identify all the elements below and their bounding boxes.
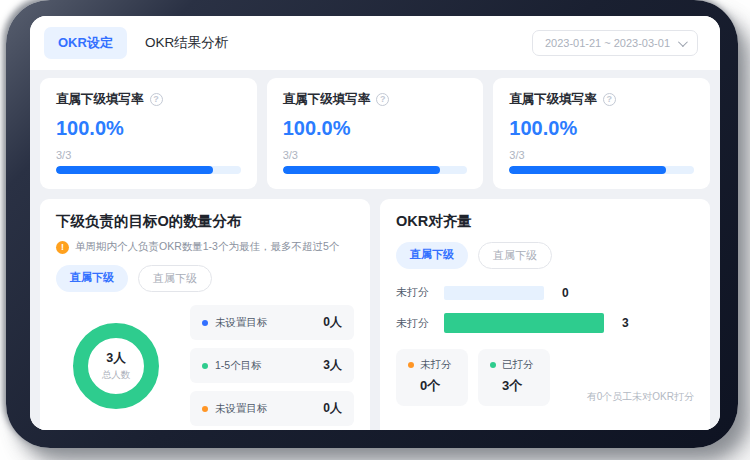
donut-center: 3人 总人数 bbox=[56, 323, 176, 409]
legend-dot bbox=[202, 320, 208, 326]
distribution-chart-area: 3人 总人数 未设置目标 0人 bbox=[56, 305, 354, 426]
app-window: OKR设定 OKR结果分析 2023-01-21 ~ 2023-03-01 直属… bbox=[30, 16, 720, 430]
top-bar: OKR设定 OKR结果分析 2023-01-21 ~ 2023-03-01 bbox=[30, 16, 720, 70]
bar-row: 未打分 0 bbox=[396, 285, 694, 300]
tab-okr-analysis[interactable]: OKR结果分析 bbox=[145, 34, 228, 52]
legend-value: 0人 bbox=[323, 314, 342, 331]
stat-card-title: 直属下级填写率 ? bbox=[283, 91, 468, 108]
donut-chart: 3人 总人数 bbox=[56, 323, 176, 409]
tab-direct-subordinates-inactive[interactable]: 直属下级 bbox=[478, 242, 552, 269]
stat-box-head: 未打分 bbox=[408, 358, 452, 372]
unscored-stat-box: 未打分 0个 bbox=[396, 349, 468, 406]
donut-total-value: 3人 bbox=[106, 350, 125, 367]
tab-okr-setting[interactable]: OKR设定 bbox=[44, 27, 127, 59]
legend-row: 1-5个目标 3人 bbox=[190, 348, 354, 383]
stat-box-label: 已打分 bbox=[502, 358, 534, 372]
stat-ratio: 3/3 bbox=[56, 149, 241, 161]
warning-icon: ! bbox=[56, 241, 69, 254]
stat-box-value: 3个 bbox=[502, 377, 534, 395]
progress-fill bbox=[283, 166, 440, 174]
stat-title-text: 直属下级填写率 bbox=[283, 91, 371, 108]
alignment-footnote: 有0个员工未对OKR打分 bbox=[587, 390, 694, 406]
alignment-filter-tabs: 直属下级 直属下级 bbox=[396, 242, 694, 269]
tab-direct-subordinates-active[interactable]: 直属下级 bbox=[396, 242, 468, 269]
tab-direct-subordinates-active[interactable]: 直属下级 bbox=[56, 265, 128, 292]
stat-box-value: 0个 bbox=[420, 377, 452, 395]
okr-alignment-card: OKR对齐量 直属下级 直属下级 未打分 0 bbox=[380, 199, 710, 430]
distribution-filter-tabs: 直属下级 直属下级 bbox=[56, 265, 354, 292]
stat-value: 100.0% bbox=[56, 117, 241, 140]
alignment-stat-boxes: 未打分 0个 已打分 3个 有0个员工未对 bbox=[396, 349, 694, 406]
legend-row: 未设置目标 0人 bbox=[190, 391, 354, 426]
legend-value: 3人 bbox=[323, 357, 342, 374]
bar-value: 3 bbox=[622, 316, 629, 330]
stat-box-label: 未打分 bbox=[420, 358, 452, 372]
chevron-down-icon bbox=[678, 37, 688, 47]
distribution-legend: 未设置目标 0人 1-5个目标 3人 未设置 bbox=[190, 305, 354, 426]
help-icon[interactable]: ? bbox=[603, 93, 616, 106]
legend-value: 0人 bbox=[323, 400, 342, 417]
stat-value: 100.0% bbox=[509, 117, 694, 140]
progress-track bbox=[56, 166, 241, 174]
stat-card-title: 直属下级填写率 ? bbox=[56, 91, 241, 108]
fill-rate-card: 直属下级填写率 ? 100.0% 3/3 bbox=[40, 78, 257, 189]
hint-text: 单周期内个人负责OKR数量1-3个为最佳，最多不超过5个 bbox=[75, 240, 339, 254]
dashboard-content: 直属下级填写率 ? 100.0% 3/3 直属下级填写率 ? bbox=[30, 70, 720, 430]
stat-title-text: 直属下级填写率 bbox=[56, 91, 144, 108]
distribution-title: 下级负责的目标O的数量分布 bbox=[56, 212, 354, 231]
donut-total-label: 总人数 bbox=[102, 369, 131, 382]
distribution-hint: ! 单周期内个人负责OKR数量1-3个为最佳，最多不超过5个 bbox=[56, 240, 354, 254]
bottom-row: 下级负责的目标O的数量分布 ! 单周期内个人负责OKR数量1-3个为最佳，最多不… bbox=[40, 199, 710, 430]
fill-rate-card: 直属下级填写率 ? 100.0% 3/3 bbox=[267, 78, 484, 189]
stat-card-row: 直属下级填写率 ? 100.0% 3/3 直属下级填写率 ? bbox=[40, 78, 710, 189]
bar-label: 未打分 bbox=[396, 285, 432, 300]
objective-distribution-card: 下级负责的目标O的数量分布 ! 单周期内个人负责OKR数量1-3个为最佳，最多不… bbox=[40, 199, 370, 430]
date-range-value: 2023-01-21 ~ 2023-03-01 bbox=[545, 37, 670, 49]
progress-track bbox=[283, 166, 468, 174]
bar-scored bbox=[444, 313, 604, 333]
progress-track bbox=[509, 166, 694, 174]
legend-label: 未设置目标 bbox=[215, 316, 268, 330]
legend-label: 未设置目标 bbox=[215, 402, 268, 416]
bar-value: 0 bbox=[562, 286, 569, 300]
tab-direct-subordinates-inactive[interactable]: 直属下级 bbox=[138, 265, 212, 292]
stat-ratio: 3/3 bbox=[283, 149, 468, 161]
alignment-bar-chart: 未打分 0 未打分 3 bbox=[396, 285, 694, 333]
stat-ratio: 3/3 bbox=[509, 149, 694, 161]
stat-value: 100.0% bbox=[283, 117, 468, 140]
page: OKR设定 OKR结果分析 2023-01-21 ~ 2023-03-01 直属… bbox=[0, 0, 750, 460]
bar-label: 未打分 bbox=[396, 316, 432, 331]
stat-card-title: 直属下级填写率 ? bbox=[509, 91, 694, 108]
scored-stat-box: 已打分 3个 bbox=[478, 349, 550, 406]
date-range-select[interactable]: 2023-01-21 ~ 2023-03-01 bbox=[532, 30, 698, 56]
fill-rate-card: 直属下级填写率 ? 100.0% 3/3 bbox=[493, 78, 710, 189]
legend-row: 未设置目标 0人 bbox=[190, 305, 354, 340]
bar-unscored bbox=[444, 286, 544, 300]
bar-row: 未打分 3 bbox=[396, 313, 694, 333]
alignment-title: OKR对齐量 bbox=[396, 212, 694, 231]
help-icon[interactable]: ? bbox=[150, 93, 163, 106]
stat-box-head: 已打分 bbox=[490, 358, 534, 372]
legend-dot bbox=[408, 362, 414, 368]
legend-dot bbox=[490, 362, 496, 368]
help-icon[interactable]: ? bbox=[376, 93, 389, 106]
progress-fill bbox=[509, 166, 666, 174]
legend-label: 1-5个目标 bbox=[215, 359, 262, 373]
legend-dot bbox=[202, 406, 208, 412]
legend-dot bbox=[202, 363, 208, 369]
progress-fill bbox=[56, 166, 213, 174]
stat-title-text: 直属下级填写率 bbox=[509, 91, 597, 108]
device-frame: OKR设定 OKR结果分析 2023-01-21 ~ 2023-03-01 直属… bbox=[6, 0, 738, 448]
